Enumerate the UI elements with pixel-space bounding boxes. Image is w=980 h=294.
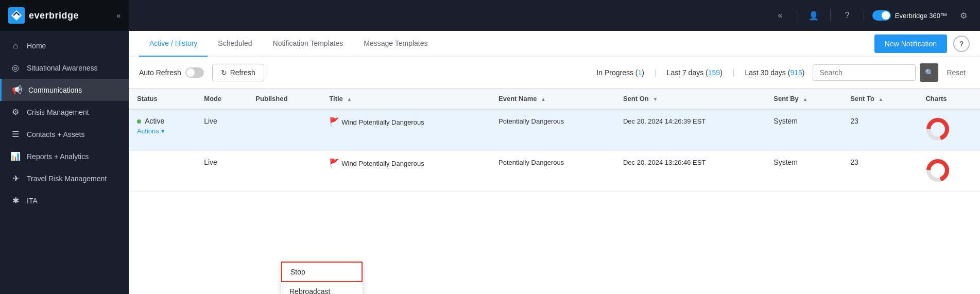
tab-active-history[interactable]: Active / History [139, 31, 208, 57]
sidebar-item-reports-label: Reports + Analytics [27, 152, 89, 161]
dropdown-item-rebroadcast[interactable]: Rebroadcast [281, 282, 363, 294]
sidebar-item-communications[interactable]: 📢 Communications [0, 79, 129, 101]
sidebar-collapse-btn[interactable]: « [116, 11, 121, 20]
col-charts: Charts [917, 89, 980, 109]
col-sent-by: Sent By ▲ [765, 89, 842, 109]
actions-link[interactable]: Status Actions ▾ [137, 127, 187, 135]
actions-dropdown-menu: Stop Rebroadcast Send Follow Up [281, 261, 363, 294]
tabs-bar: Active / History Scheduled Notification … [129, 31, 980, 57]
row-1-sent-to: 23 [842, 109, 917, 151]
sidebar-item-contacts-label: Contacts + Assets [27, 130, 84, 139]
settings-icon[interactable]: ⚙ [955, 7, 972, 24]
auto-refresh-area: Auto Refresh [139, 67, 204, 78]
search-area: 🔍 Reset [813, 63, 970, 82]
sidebar-item-crisis-management[interactable]: ⚙ Crisis Management [0, 101, 129, 123]
stat-divider-2: | [733, 68, 735, 77]
tab-message-templates[interactable]: Message Templates [353, 31, 438, 57]
travel-risk-icon: ✈ [10, 174, 21, 183]
refresh-label: Refresh [230, 68, 255, 77]
everbridge-360-label: Everbridge 360™ [895, 12, 947, 20]
col-published: Published [247, 89, 321, 109]
row-1-title-text: Wind Potentially Dangerous [341, 118, 424, 126]
row-1-sent-on: Dec 20, 2024 14:26:39 EST [615, 109, 765, 151]
auto-refresh-toggle[interactable] [185, 67, 204, 78]
last-30-days-label: Last 30 days (915) [745, 68, 804, 77]
search-input[interactable] [813, 64, 916, 81]
crisis-management-icon: ⚙ [10, 107, 21, 117]
reset-button[interactable]: Reset [942, 66, 970, 79]
collapse-icon[interactable]: « [772, 7, 788, 24]
communications-icon: 📢 [12, 85, 22, 95]
sidebar-item-situational-label: Situational Awareness [27, 64, 98, 72]
sidebar-item-ita[interactable]: ✱ ITA [0, 189, 129, 212]
last-30-count[interactable]: 915 [790, 68, 802, 77]
col-sent-on: Sent On ▼ [615, 89, 765, 109]
search-button[interactable]: 🔍 [920, 63, 938, 82]
row-2-title: 🚩 Wind Potentially Dangerous [321, 151, 490, 192]
row-1-title: 🚩 Wind Potentially Dangerous [321, 109, 490, 151]
tab-help-icon[interactable]: ? [953, 36, 970, 52]
sidebar-item-reports-analytics[interactable]: 📊 Reports + Analytics [0, 145, 129, 167]
sidebar-item-home[interactable]: ⌂ Home [0, 35, 129, 57]
col-sent-to: Sent To ▲ [842, 89, 917, 109]
sidebar-header: everbridge « [0, 0, 129, 31]
row-2-title-text: Wind Potentially Dangerous [341, 160, 424, 167]
sidebar-item-travel-risk[interactable]: ✈ Travel Risk Management [0, 167, 129, 189]
ita-icon: ✱ [10, 196, 21, 205]
col-event-name: Event Name ▲ [490, 89, 615, 109]
col-mode: Mode [196, 89, 247, 109]
contacts-assets-icon: ☰ [10, 129, 21, 139]
tab-scheduled[interactable]: Scheduled [208, 31, 262, 57]
tabs-right: New Notification ? [874, 34, 970, 53]
sidebar-item-travel-label: Travel Risk Management [27, 175, 107, 183]
topbar-divider-2 [830, 9, 831, 22]
tab-notification-templates[interactable]: Notification Templates [263, 31, 354, 57]
reports-analytics-icon: 📊 [10, 151, 21, 161]
row-1-status: Active Status Actions ▾ [129, 109, 196, 151]
in-progress-count[interactable]: 1 [638, 68, 642, 77]
last-7-days-label: Last 7 days (159) [667, 68, 723, 77]
sidebar-item-crisis-label: Crisis Management [27, 108, 89, 116]
sidebar-item-situational-awareness[interactable]: ◎ Situational Awareness [0, 57, 129, 79]
toolbar: Auto Refresh ↻ Refresh In Progress (1) |… [129, 57, 980, 89]
sidebar: everbridge « ⌂ Home ◎ Situational Awaren… [0, 0, 129, 294]
auto-refresh-label: Auto Refresh [139, 68, 181, 77]
row-1-published [247, 109, 321, 151]
flag-icon: 🚩 [329, 117, 339, 126]
row-2-sent-on: Dec 20, 2024 13:26:46 EST [615, 151, 765, 192]
row-1-sent-by: System [765, 109, 842, 151]
row-1-mode: Live [196, 109, 247, 151]
topbar-divider-3 [864, 9, 864, 22]
everbridge-360-toggle[interactable]: Everbridge 360™ [872, 10, 947, 21]
status-dot [137, 119, 141, 124]
donut-chart-1 [925, 117, 950, 142]
donut-chart-2 [925, 158, 950, 183]
logo-area: everbridge [8, 7, 79, 24]
sidebar-item-contacts-assets[interactable]: ☰ Contacts + Assets [0, 123, 129, 145]
home-icon: ⌂ [10, 41, 21, 50]
in-progress-label: In Progress (1) [596, 68, 644, 77]
table-row: Live 🚩 Wind Potentially Dangerous Potent… [129, 151, 980, 192]
dropdown-item-stop[interactable]: Stop [281, 262, 363, 282]
sidebar-item-home-label: Home [27, 42, 46, 50]
chevron-down-icon: ▾ [161, 127, 165, 135]
table-row: Active Status Actions ▾ Live [129, 109, 980, 151]
table-header-row: Status Mode Published Title ▲ Event Name… [129, 89, 980, 109]
content-area: Active / History Scheduled Notification … [129, 31, 980, 294]
row-2-published [247, 151, 321, 192]
stats-area: In Progress (1) | Last 7 days (159) | La… [596, 68, 804, 77]
toggle-switch[interactable] [872, 10, 891, 21]
sidebar-item-ita-label: ITA [27, 197, 38, 205]
status-active-area: Active Status Actions ▾ [137, 117, 187, 135]
row-2-charts [917, 151, 980, 192]
help-icon[interactable]: ? [839, 7, 855, 24]
sidebar-item-communications-label: Communications [28, 86, 82, 94]
row-1-event-name: Potentially Dangerous [490, 109, 615, 151]
last-7-count[interactable]: 159 [708, 68, 720, 77]
user-icon[interactable]: 👤 [805, 7, 822, 24]
sidebar-nav: ⌂ Home ◎ Situational Awareness 📢 Communi… [0, 31, 129, 294]
row-2-mode: Live [196, 151, 247, 192]
refresh-button[interactable]: ↻ Refresh [212, 64, 264, 81]
new-notification-button[interactable]: New Notification [874, 34, 947, 53]
flag-icon-2: 🚩 [329, 159, 339, 167]
